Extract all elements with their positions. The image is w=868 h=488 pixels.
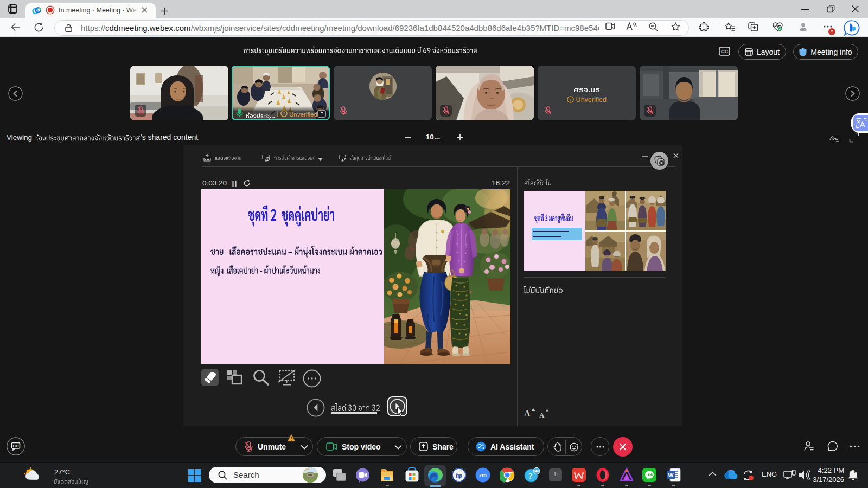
svg-text:?: ? (528, 472, 533, 480)
svg-text:zm: zm (479, 472, 487, 478)
svg-text:?: ? (570, 97, 572, 102)
svg-text:CC: CC (721, 49, 728, 54)
svg-text:z: z (856, 470, 858, 473)
svg-text:CC: CC (13, 444, 19, 448)
svg-text:hp: hp (456, 472, 462, 479)
svg-text:W: W (668, 472, 674, 478)
svg-text:?: ? (283, 111, 285, 116)
